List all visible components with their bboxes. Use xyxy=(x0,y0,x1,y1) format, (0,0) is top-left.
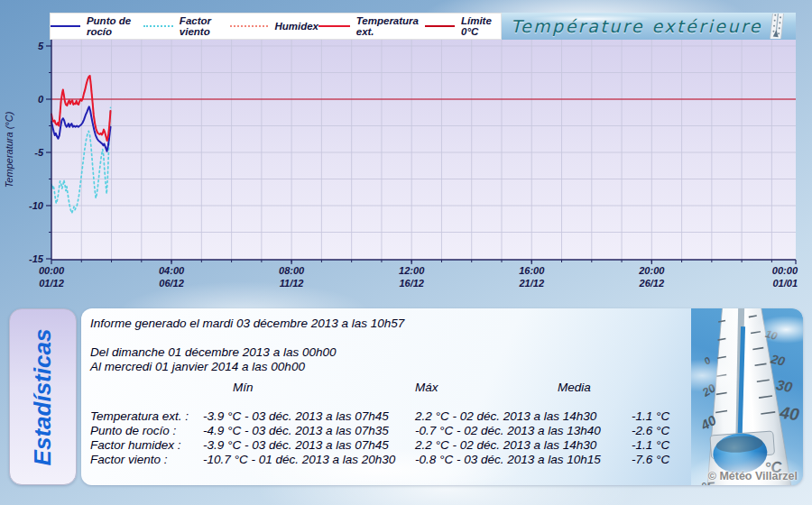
svg-text:01/12: 01/12 xyxy=(39,278,64,289)
legend-label: Humidex xyxy=(274,21,318,32)
humidex-line-sample xyxy=(230,25,268,27)
svg-text:08:00: 08:00 xyxy=(279,265,305,276)
row-media: -2.6 °C xyxy=(632,424,669,438)
svg-text:-10: -10 xyxy=(29,200,44,211)
svg-text:-5: -5 xyxy=(34,147,44,158)
legend-label: Temperatura ext. xyxy=(356,15,425,37)
legend-item-limite-0c: Límite 0°C xyxy=(425,15,501,37)
svg-text:0: 0 xyxy=(702,354,714,367)
svg-text:-15: -15 xyxy=(29,253,44,264)
svg-text:21/12: 21/12 xyxy=(518,278,544,289)
legend-item-humidex: Humidex xyxy=(230,21,318,32)
svg-text:20: 20 xyxy=(699,381,719,399)
row-media: -7.6 °C xyxy=(632,453,669,467)
row-max: 2.2 °C - 02 déc. 2013 a las 14h30 xyxy=(415,438,632,453)
svg-text:16:00: 16:00 xyxy=(519,265,545,276)
chart-title-band: Température extérieure xyxy=(502,13,796,40)
report-generated-line: Informe generado el mardi 03 décembre 20… xyxy=(90,317,404,330)
legend-label: Factor viento xyxy=(180,15,231,37)
svg-text:0: 0 xyxy=(38,94,44,105)
y-axis-title: Temperatura (°C) xyxy=(4,111,14,188)
row-max: 2.2 °C - 02 déc. 2013 a las 14h30 xyxy=(415,409,632,424)
table-row-factor-humidex: Factor humidex : -3.9 °C - 03 déc. 2013 … xyxy=(90,438,669,453)
row-max: -0.8 °C - 03 déc. 2013 a las 10h15 xyxy=(415,453,632,467)
report-to-line: Al mercredi 01 janvier 2014 a las 00h00 xyxy=(90,360,305,373)
thermometer-photo: 10 20 30 40 0 20 40 °C °F xyxy=(691,308,803,485)
legend-label: Límite 0°C xyxy=(461,15,501,37)
row-max: -0.7 °C - 02 déc. 2013 a las 13h40 xyxy=(415,424,632,438)
stats-table: Temperatura ext. : -3.9 °C - 03 déc. 201… xyxy=(90,409,669,467)
svg-text:20:00: 20:00 xyxy=(638,265,665,276)
row-min: -3.9 °C - 03 déc. 2013 a las 07h45 xyxy=(203,409,415,424)
table-row-temperatura-ext: Temperatura ext. : -3.9 °C - 03 déc. 201… xyxy=(90,409,669,424)
zero-limit-line-sample xyxy=(425,25,455,27)
temperature-line-sample xyxy=(318,25,350,27)
thermometer-icon xyxy=(763,14,790,39)
min-column-header: Mín xyxy=(233,381,254,394)
row-media: -1.1 °C xyxy=(632,438,669,453)
row-label: Factor viento : xyxy=(90,453,203,467)
row-min: -10.7 °C - 01 déc. 2013 a las 20h30 xyxy=(203,453,415,467)
row-label: Punto de rocío : xyxy=(90,424,203,438)
row-min: -4.9 °C - 03 déc. 2013 a las 07h35 xyxy=(203,424,415,438)
row-label: Factor humidex : xyxy=(90,438,203,453)
svg-text:10: 10 xyxy=(764,327,780,343)
svg-text:26/12: 26/12 xyxy=(639,278,665,289)
svg-text:11/12: 11/12 xyxy=(280,278,304,289)
report-from-line: Del dimanche 01 décembre 2013 a las 00h0… xyxy=(90,345,336,359)
statistics-sidebar-panel: Estadísticas xyxy=(9,308,77,485)
table-row-factor-viento: Factor viento : -10.7 °C - 01 déc. 2013 … xyxy=(90,453,669,467)
svg-text:40: 40 xyxy=(778,403,800,425)
table-row-punto-de-rocio: Punto de rocío : -4.9 °C - 03 déc. 2013 … xyxy=(90,424,669,438)
svg-text:04:00: 04:00 xyxy=(159,265,185,276)
legend-label: Punto de rocío xyxy=(87,15,143,37)
thermometer-graphic: 10 20 30 40 0 20 40 °C °F xyxy=(691,308,803,485)
graphweather-report: { "title": { "text": "Température extéri… xyxy=(0,0,812,505)
svg-text:06/12: 06/12 xyxy=(159,278,184,289)
svg-text:00:00: 00:00 xyxy=(39,265,65,276)
legend-item-factor-viento: Factor viento xyxy=(143,15,230,37)
row-media: -1.1 °C xyxy=(632,409,669,424)
svg-text:01/01: 01/01 xyxy=(772,278,798,289)
dew-point-line-sample xyxy=(51,25,80,27)
chart-legend: Punto de rocío Factor viento Humidex Tem… xyxy=(50,13,502,40)
legend-item-punto-de-rocio: Punto de rocío xyxy=(51,15,143,37)
svg-text:16/12: 16/12 xyxy=(399,278,424,289)
svg-text:00:00: 00:00 xyxy=(772,265,798,276)
row-label: Temperatura ext. : xyxy=(90,409,203,424)
svg-text:40: 40 xyxy=(697,412,719,434)
watermark: © Météo Villarzel xyxy=(708,470,798,482)
svg-text:5: 5 xyxy=(38,41,44,51)
media-column-header: Media xyxy=(558,381,591,394)
legend-item-temperatura-ext: Temperatura ext. xyxy=(318,15,425,37)
statistics-vertical-label: Estadísticas xyxy=(29,328,57,465)
wind-chill-line-sample xyxy=(143,25,173,27)
page-title: Température extérieure xyxy=(511,16,762,36)
temperature-chart: 50-5-10-1500:0001/1204:0006/1208:0011/12… xyxy=(0,0,812,302)
max-column-header: Máx xyxy=(415,381,438,394)
svg-text:12:00: 12:00 xyxy=(399,265,425,276)
svg-text:20: 20 xyxy=(769,351,787,369)
statistics-panel: Informe generado el mardi 03 décembre 20… xyxy=(81,308,803,485)
svg-text:30: 30 xyxy=(775,377,794,395)
row-min: -3.9 °C - 03 déc. 2013 a las 07h45 xyxy=(203,438,415,453)
